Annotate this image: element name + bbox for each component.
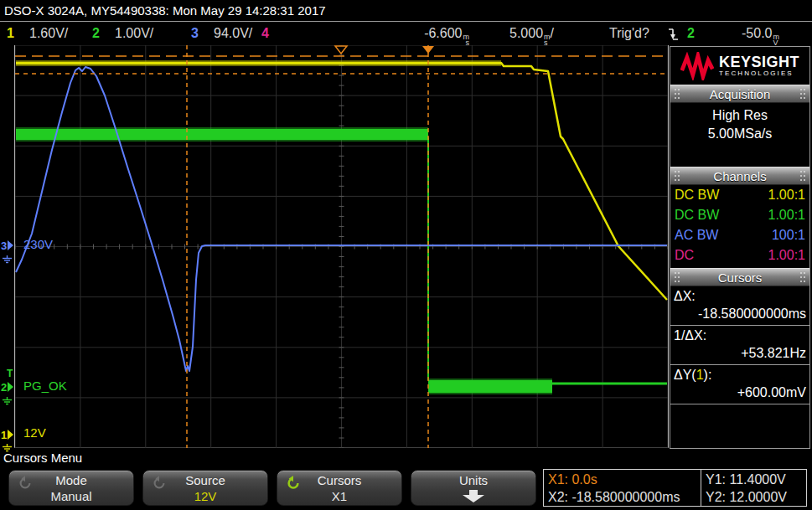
x1-readout: X1: 0.0s [548, 471, 701, 488]
timebase-readout: 5.000ms/ [509, 26, 554, 46]
trigger-level-unit: mV [773, 34, 779, 46]
ch3-scale[interactable]: 94.0V/ [214, 26, 252, 41]
title-bar: DSO-X 3024A, MY54490338: Mon May 29 14:2… [0, 0, 812, 22]
acquisition-mode: High Res [670, 106, 809, 125]
y1-readout: Y1: 11.4000V [706, 471, 806, 488]
ch4-coupling-row: DC1.00:1 [670, 245, 809, 265]
x2-readout: X2: -18.580000000ms [548, 488, 701, 506]
rotate-knob-icon [152, 476, 167, 494]
menu-title: Cursors Menu [3, 451, 82, 465]
acquisition-header: Acquisition [670, 85, 809, 103]
y-cursor-readouts: Y1: 11.4000V Y2: 12.0000V [701, 470, 806, 506]
softkey-cursors-button[interactable]: Cursors X1 [277, 470, 402, 506]
ch1-coupling-row: DC BW1.00:1 [670, 185, 809, 205]
ch1-scale[interactable]: 1.60V/ [29, 26, 68, 41]
ch3-coupling-row: AC BW100:1 [670, 225, 809, 245]
ch1-number[interactable]: 1 [7, 26, 14, 41]
grip-dots-icon [674, 88, 680, 100]
oscilloscope-screen: DSO-X 3024A, MY54490338: Mon May 29 14:2… [0, 0, 812, 510]
brand-name: KEYSIGHT [719, 55, 799, 70]
sidebar-panel: KEYSIGHT TECHNOLOGIES Acquisition High R… [670, 46, 810, 449]
ch3-ground-marker[interactable]: 3 [1, 240, 13, 251]
ch3-trace-label: 230V [23, 237, 53, 251]
softkey-mode-button[interactable]: Mode Manual [8, 470, 134, 506]
cursors-header: Cursors [670, 268, 809, 286]
grip-dots-icon [799, 88, 806, 100]
ch3-ground-icon [2, 252, 13, 267]
delta-y-readout: ΔY(1): +600.00mV [670, 365, 809, 404]
softkey-row: Mode Manual Source 12V Cursors X1 Units [0, 469, 812, 507]
brand-tagline: TECHNOLOGIES [719, 70, 799, 77]
time-offset-readout: -6.600ms [394, 26, 469, 46]
grip-dots-icon [799, 170, 806, 182]
cursors-info: ΔX: -18.580000000ms 1/ΔX: +53.821Hz ΔY(1… [670, 286, 809, 404]
ch2-scale[interactable]: 1.00V/ [115, 26, 153, 41]
ch1-ground-marker[interactable]: 1 [1, 429, 13, 440]
grip-dots-icon [799, 271, 806, 283]
ch2-ground-icon [2, 394, 13, 409]
ch2-coupling-row: DC BW1.00:1 [670, 205, 809, 225]
rotate-knob-icon [18, 476, 33, 494]
ch2-number[interactable]: 2 [92, 26, 100, 41]
cursor-position-readouts: X1: 0.0s X2: -18.580000000ms Y1: 11.4000… [543, 469, 807, 507]
softkey-units-button[interactable]: Units [411, 470, 536, 506]
keysight-logo: KEYSIGHT TECHNOLOGIES [670, 47, 809, 85]
ch3-number[interactable]: 3 [191, 26, 199, 41]
falling-edge-trigger-icon [668, 27, 680, 45]
main-display: 3 T 2 1 230V PG_OK 12V [0, 45, 812, 449]
ch3-marker-arrow-icon [8, 240, 13, 250]
grip-dots-icon [674, 170, 680, 182]
time-offset-unit: ms [463, 34, 470, 46]
acquisition-info: High Res 5.00MSa/s [670, 103, 809, 167]
y2-readout: Y2: 12.0000V [706, 488, 806, 506]
down-arrow-icon [462, 490, 485, 506]
ch2-ground-marker[interactable]: 2 [1, 381, 13, 393]
keysight-spark-icon [680, 52, 714, 80]
trigger-source: 2 [687, 26, 695, 41]
channels-info: DC BW1.00:1 DC BW1.00:1 AC BW100:1 DC1.0… [670, 185, 809, 265]
channels-header: Channels [670, 167, 809, 185]
ch1-marker-arrow-icon [8, 430, 13, 440]
grip-dots-icon [674, 271, 680, 283]
delta-x-readout: ΔX: -18.580000000ms [670, 286, 809, 326]
ch2-marker-arrow-icon [8, 382, 13, 392]
ch1-trace-label: 12V [23, 425, 46, 440]
inv-delta-x-readout: 1/ΔX: +53.821Hz [670, 326, 809, 365]
softkey-source-button[interactable]: Source 12V [142, 470, 268, 506]
trigger-level-marker[interactable]: T [7, 368, 13, 379]
ch2-trace-label: PG_OK [23, 379, 67, 393]
waveform-plot [15, 45, 668, 448]
x-cursor-readouts: X1: 0.0s X2: -18.580000000ms [544, 470, 701, 506]
trigger-level-readout: -50.0mV [742, 26, 779, 46]
sample-rate: 5.00MSa/s [670, 125, 809, 143]
timebase-unit: ms [544, 34, 551, 46]
trigger-status: Trig'd? [609, 26, 649, 41]
waveform-graticule: 230V PG_OK 12V [14, 45, 669, 448]
ch4-number[interactable]: 4 [261, 26, 269, 41]
status-bar: 1 1.60V/ 2 1.00V/ 3 94.0V/ 4 -6.600ms 5.… [0, 23, 812, 45]
rotate-knob-active-icon [286, 476, 301, 494]
